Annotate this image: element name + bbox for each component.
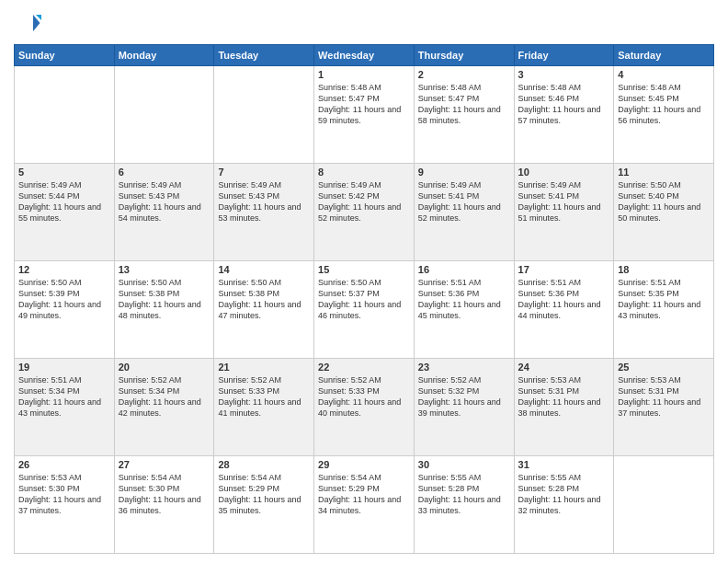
day-info: Sunrise: 5:48 AM Sunset: 5:45 PM Dayligh… — [618, 82, 710, 127]
calendar-cell: 6Sunrise: 5:49 AM Sunset: 5:43 PM Daylig… — [114, 164, 214, 261]
day-number: 11 — [618, 167, 710, 178]
calendar-cell: 15Sunrise: 5:50 AM Sunset: 5:37 PM Dayli… — [314, 261, 415, 359]
calendar-cell: 4Sunrise: 5:48 AM Sunset: 5:45 PM Daylig… — [614, 66, 714, 164]
day-info: Sunrise: 5:50 AM Sunset: 5:38 PM Dayligh… — [218, 277, 310, 322]
calendar-cell: 11Sunrise: 5:50 AM Sunset: 5:40 PM Dayli… — [614, 164, 714, 261]
day-number: 14 — [218, 264, 310, 275]
day-info: Sunrise: 5:50 AM Sunset: 5:40 PM Dayligh… — [618, 179, 710, 224]
calendar-week-row: 19Sunrise: 5:51 AM Sunset: 5:34 PM Dayli… — [15, 359, 714, 456]
calendar-cell: 24Sunrise: 5:53 AM Sunset: 5:31 PM Dayli… — [514, 359, 614, 456]
day-info: Sunrise: 5:51 AM Sunset: 5:34 PM Dayligh… — [18, 374, 110, 419]
day-number: 31 — [518, 459, 610, 470]
day-number: 5 — [18, 167, 110, 178]
calendar-cell: 31Sunrise: 5:55 AM Sunset: 5:28 PM Dayli… — [514, 456, 614, 554]
page: SundayMondayTuesdayWednesdayThursdayFrid… — [0, 0, 728, 563]
calendar-cell: 22Sunrise: 5:52 AM Sunset: 5:33 PM Dayli… — [314, 359, 415, 456]
calendar-cell: 17Sunrise: 5:51 AM Sunset: 5:36 PM Dayli… — [514, 261, 614, 359]
day-number: 29 — [318, 459, 410, 470]
day-info: Sunrise: 5:49 AM Sunset: 5:41 PM Dayligh… — [518, 179, 610, 224]
day-number: 22 — [318, 362, 410, 373]
calendar-cell — [614, 456, 714, 554]
day-info: Sunrise: 5:50 AM Sunset: 5:37 PM Dayligh… — [318, 277, 410, 322]
day-info: Sunrise: 5:53 AM Sunset: 5:31 PM Dayligh… — [618, 374, 710, 419]
day-info: Sunrise: 5:49 AM Sunset: 5:43 PM Dayligh… — [218, 179, 310, 224]
day-info: Sunrise: 5:54 AM Sunset: 5:29 PM Dayligh… — [318, 472, 410, 517]
day-number: 9 — [418, 167, 510, 178]
calendar-cell: 12Sunrise: 5:50 AM Sunset: 5:39 PM Dayli… — [15, 261, 115, 359]
calendar-cell: 10Sunrise: 5:49 AM Sunset: 5:41 PM Dayli… — [514, 164, 614, 261]
calendar-cell: 25Sunrise: 5:53 AM Sunset: 5:31 PM Dayli… — [614, 359, 714, 456]
calendar-week-row: 1Sunrise: 5:48 AM Sunset: 5:47 PM Daylig… — [15, 66, 714, 164]
calendar-cell: 27Sunrise: 5:54 AM Sunset: 5:30 PM Dayli… — [114, 456, 214, 554]
calendar-cell: 28Sunrise: 5:54 AM Sunset: 5:29 PM Dayli… — [214, 456, 314, 554]
day-info: Sunrise: 5:51 AM Sunset: 5:35 PM Dayligh… — [618, 277, 710, 322]
calendar-cell: 23Sunrise: 5:52 AM Sunset: 5:32 PM Dayli… — [414, 359, 514, 456]
calendar-cell: 1Sunrise: 5:48 AM Sunset: 5:47 PM Daylig… — [314, 66, 415, 164]
calendar-week-row: 12Sunrise: 5:50 AM Sunset: 5:39 PM Dayli… — [15, 261, 714, 359]
calendar-cell: 3Sunrise: 5:48 AM Sunset: 5:46 PM Daylig… — [514, 66, 614, 164]
header — [14, 9, 714, 37]
day-header: Wednesday — [314, 45, 415, 66]
day-number: 3 — [518, 69, 610, 80]
day-number: 21 — [218, 362, 310, 373]
day-number: 20 — [119, 362, 210, 373]
calendar-cell: 8Sunrise: 5:49 AM Sunset: 5:42 PM Daylig… — [314, 164, 415, 261]
calendar-cell: 2Sunrise: 5:48 AM Sunset: 5:47 PM Daylig… — [414, 66, 514, 164]
day-number: 7 — [218, 167, 310, 178]
calendar-cell: 13Sunrise: 5:50 AM Sunset: 5:38 PM Dayli… — [114, 261, 214, 359]
day-info: Sunrise: 5:48 AM Sunset: 5:47 PM Dayligh… — [318, 82, 410, 127]
calendar-cell: 18Sunrise: 5:51 AM Sunset: 5:35 PM Dayli… — [614, 261, 714, 359]
day-header: Sunday — [15, 45, 115, 66]
day-header: Tuesday — [214, 45, 314, 66]
day-number: 4 — [618, 69, 710, 80]
calendar-cell: 29Sunrise: 5:54 AM Sunset: 5:29 PM Dayli… — [314, 456, 415, 554]
calendar-cell: 7Sunrise: 5:49 AM Sunset: 5:43 PM Daylig… — [214, 164, 314, 261]
day-info: Sunrise: 5:50 AM Sunset: 5:38 PM Dayligh… — [119, 277, 210, 322]
calendar-cell: 21Sunrise: 5:52 AM Sunset: 5:33 PM Dayli… — [214, 359, 314, 456]
day-number: 17 — [518, 264, 610, 275]
day-header: Monday — [114, 45, 214, 66]
day-info: Sunrise: 5:54 AM Sunset: 5:29 PM Dayligh… — [218, 472, 310, 517]
calendar-week-row: 5Sunrise: 5:49 AM Sunset: 5:44 PM Daylig… — [15, 164, 714, 261]
calendar-cell: 14Sunrise: 5:50 AM Sunset: 5:38 PM Dayli… — [214, 261, 314, 359]
day-number: 26 — [18, 459, 110, 470]
day-number: 1 — [318, 69, 410, 80]
day-number: 28 — [218, 459, 310, 470]
logo-icon — [14, 9, 41, 37]
day-number: 6 — [119, 167, 210, 178]
day-info: Sunrise: 5:52 AM Sunset: 5:32 PM Dayligh… — [418, 374, 510, 419]
day-info: Sunrise: 5:52 AM Sunset: 5:33 PM Dayligh… — [218, 374, 310, 419]
day-info: Sunrise: 5:52 AM Sunset: 5:33 PM Dayligh… — [318, 374, 410, 419]
day-info: Sunrise: 5:48 AM Sunset: 5:47 PM Dayligh… — [418, 82, 510, 127]
day-number: 8 — [318, 167, 410, 178]
calendar-cell — [114, 66, 214, 164]
calendar-week-row: 26Sunrise: 5:53 AM Sunset: 5:30 PM Dayli… — [15, 456, 714, 554]
day-number: 18 — [618, 264, 710, 275]
calendar-cell — [214, 66, 314, 164]
calendar-cell: 20Sunrise: 5:52 AM Sunset: 5:34 PM Dayli… — [114, 359, 214, 456]
day-info: Sunrise: 5:49 AM Sunset: 5:44 PM Dayligh… — [18, 179, 110, 224]
day-number: 27 — [119, 459, 210, 470]
day-info: Sunrise: 5:53 AM Sunset: 5:30 PM Dayligh… — [18, 472, 110, 517]
day-header: Friday — [514, 45, 614, 66]
calendar-cell: 19Sunrise: 5:51 AM Sunset: 5:34 PM Dayli… — [15, 359, 115, 456]
day-info: Sunrise: 5:49 AM Sunset: 5:41 PM Dayligh… — [418, 179, 510, 224]
day-number: 30 — [418, 459, 510, 470]
day-number: 23 — [418, 362, 510, 373]
calendar-cell: 9Sunrise: 5:49 AM Sunset: 5:41 PM Daylig… — [414, 164, 514, 261]
day-header: Saturday — [614, 45, 714, 66]
day-info: Sunrise: 5:53 AM Sunset: 5:31 PM Dayligh… — [518, 374, 610, 419]
day-number: 25 — [618, 362, 710, 373]
header-row: SundayMondayTuesdayWednesdayThursdayFrid… — [15, 45, 714, 66]
calendar-cell: 30Sunrise: 5:55 AM Sunset: 5:28 PM Dayli… — [414, 456, 514, 554]
day-number: 19 — [18, 362, 110, 373]
calendar-cell — [15, 66, 115, 164]
day-number: 15 — [318, 264, 410, 275]
day-number: 10 — [518, 167, 610, 178]
day-number: 12 — [18, 264, 110, 275]
calendar: SundayMondayTuesdayWednesdayThursdayFrid… — [14, 44, 714, 554]
day-info: Sunrise: 5:51 AM Sunset: 5:36 PM Dayligh… — [518, 277, 610, 322]
day-info: Sunrise: 5:48 AM Sunset: 5:46 PM Dayligh… — [518, 82, 610, 127]
day-header: Thursday — [414, 45, 514, 66]
day-number: 16 — [418, 264, 510, 275]
